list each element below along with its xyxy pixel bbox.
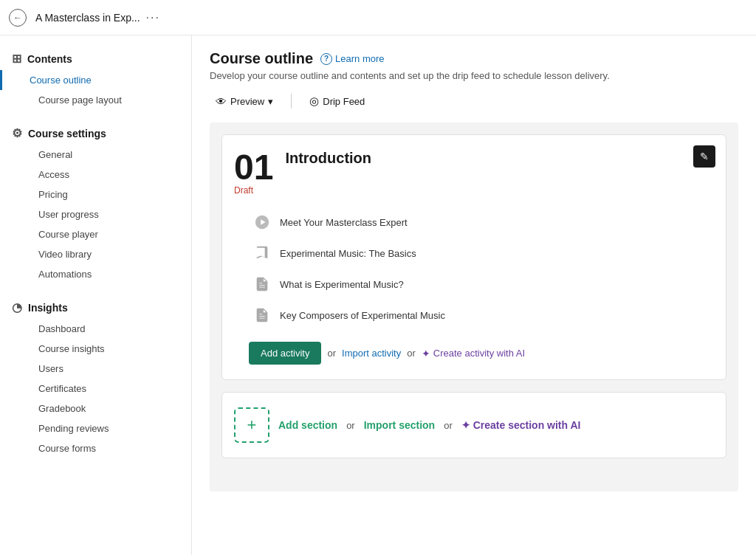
page-title-row: Course outline ? Learn more	[210, 50, 738, 67]
activity-item-1[interactable]: Meet Your Masterclass Expert	[249, 207, 711, 237]
add-section-row: + Add section or Import section or ✦ Cre…	[221, 392, 726, 458]
course-settings-label: Course settings	[28, 128, 106, 139]
sidebar-section-contents-header: ⊞ Contents	[0, 47, 191, 70]
book-icon	[252, 243, 272, 263]
add-activity-row: Add activity or Import activity or ✦ Cre…	[249, 342, 711, 365]
course-name: A Masterclass in Exp...	[35, 12, 140, 24]
sidebar-item-automations[interactable]: Automations	[0, 264, 191, 284]
plus-icon: +	[247, 416, 257, 435]
toolbar-divider	[291, 94, 292, 108]
create-section-ai-label: Create section with AI	[473, 419, 581, 431]
top-bar: ← A Masterclass in Exp... ···	[0, 0, 756, 35]
activity-label-4: Key Composers of Experimental Music	[280, 310, 445, 321]
contents-icon: ⊞	[12, 52, 21, 66]
page-title: Course outline	[210, 50, 313, 67]
create-activity-ai-label: Create activity with AI	[433, 348, 525, 359]
question-icon: ?	[320, 53, 332, 65]
sidebar-item-course-player[interactable]: Course player	[0, 224, 191, 244]
add-activity-button[interactable]: Add activity	[249, 342, 321, 365]
activity-item-3[interactable]: What is Experimental Music?	[249, 269, 711, 299]
section-header-row: 01 Draft Introduction	[234, 150, 711, 196]
sidebar-item-user-progress[interactable]: User progress	[0, 204, 191, 224]
page-subtitle: Develop your course outline and contents…	[210, 70, 738, 81]
back-arrow-icon: ←	[9, 9, 27, 27]
edit-section-button[interactable]: ✎	[693, 145, 715, 168]
sidebar-item-gradebook[interactable]: Gradebook	[0, 399, 191, 418]
content-area: ✎ 01 Draft Introduction	[210, 123, 738, 492]
section-number-block: 01 Draft	[234, 150, 273, 196]
app-layout: ⊞ Contents Course outline Course page la…	[0, 35, 756, 555]
activity-item-2[interactable]: Experimental Music: The Basics	[249, 238, 711, 268]
preview-label: Preview	[230, 96, 264, 107]
sidebar: ⊞ Contents Course outline Course page la…	[0, 35, 192, 555]
ai-sparkle-icon: ✦	[422, 348, 430, 359]
sidebar-section-settings: ⚙ Course settings General Access Pricing…	[0, 122, 191, 284]
sidebar-section-contents: ⊞ Contents Course outline Course page la…	[0, 47, 191, 110]
sidebar-item-certificates[interactable]: Certificates	[0, 379, 191, 399]
sidebar-item-course-page-layout[interactable]: Course page layout	[0, 90, 191, 110]
toolbar: 👁 Preview ▾ ◎ Drip Feed	[210, 92, 738, 111]
section-title: Introduction	[285, 150, 371, 167]
sidebar-item-general[interactable]: General	[0, 145, 191, 165]
create-activity-ai-link[interactable]: ✦ Create activity with AI	[422, 348, 525, 359]
or-text-2: or	[407, 348, 416, 359]
back-button[interactable]: ← A Masterclass in Exp...	[9, 9, 140, 27]
activity-label-1: Meet Your Masterclass Expert	[280, 217, 408, 228]
import-section-link[interactable]: Import section	[364, 419, 435, 431]
doc-icon-2	[252, 305, 272, 325]
sidebar-section-insights-header: ◔ Insights	[0, 296, 191, 319]
add-section-link[interactable]: Add section	[278, 419, 337, 431]
sidebar-item-dashboard[interactable]: Dashboard	[0, 319, 191, 339]
ellipsis-button[interactable]: ···	[146, 11, 160, 24]
learn-more-link[interactable]: ? Learn more	[320, 53, 384, 65]
activity-item-4[interactable]: Key Composers of Experimental Music	[249, 300, 711, 330]
sidebar-item-course-outline[interactable]: Course outline	[0, 70, 191, 90]
sidebar-section-settings-header: ⚙ Course settings	[0, 122, 191, 145]
drip-feed-button[interactable]: ◎ Drip Feed	[303, 92, 371, 111]
page-header: Course outline ? Learn more Develop your…	[210, 50, 738, 111]
insights-icon: ◔	[12, 300, 22, 314]
video-icon	[252, 212, 272, 232]
insights-label: Insights	[28, 302, 68, 314]
preview-button[interactable]: 👁 Preview ▾	[210, 92, 279, 111]
sidebar-item-course-insights[interactable]: Course insights	[0, 339, 191, 359]
section-number: 01	[234, 150, 273, 185]
sidebar-item-pending-reviews[interactable]: Pending reviews	[0, 418, 191, 438]
drip-feed-label: Drip Feed	[323, 96, 365, 107]
eye-icon: 👁	[216, 95, 227, 108]
contents-label: Contents	[27, 53, 72, 65]
sidebar-item-pricing[interactable]: Pricing	[0, 185, 191, 204]
add-section-or-2: or	[444, 420, 453, 431]
activities-list: Meet Your Masterclass Expert Experimenta…	[249, 207, 711, 330]
ai-sparkle-section-icon: ✦	[461, 419, 470, 431]
settings-icon: ⚙	[12, 126, 22, 140]
sidebar-item-users[interactable]: Users	[0, 359, 191, 379]
doc-icon-1	[252, 274, 272, 294]
section-card-01: ✎ 01 Draft Introduction	[221, 134, 726, 380]
sidebar-item-course-forms[interactable]: Course forms	[0, 438, 191, 458]
sidebar-item-access[interactable]: Access	[0, 165, 191, 185]
add-section-or-1: or	[346, 420, 355, 431]
section-title-block: Introduction	[285, 150, 371, 167]
edit-pencil-icon: ✎	[700, 151, 709, 162]
import-activity-link[interactable]: Import activity	[342, 348, 401, 359]
sidebar-item-video-library[interactable]: Video library	[0, 244, 191, 264]
create-section-ai-link[interactable]: ✦ Create section with AI	[461, 419, 581, 431]
draft-badge: Draft	[234, 185, 273, 196]
main-content: Course outline ? Learn more Develop your…	[192, 35, 756, 555]
learn-more-label: Learn more	[335, 53, 384, 64]
sidebar-section-insights: ◔ Insights Dashboard Course insights Use…	[0, 296, 191, 458]
add-section-placeholder-icon: +	[234, 407, 269, 443]
or-text-1: or	[327, 348, 336, 359]
activity-label-3: What is Experimental Music?	[280, 279, 404, 290]
preview-caret: ▾	[268, 96, 273, 107]
activity-label-2: Experimental Music: The Basics	[280, 248, 416, 259]
drip-icon: ◎	[309, 94, 319, 108]
